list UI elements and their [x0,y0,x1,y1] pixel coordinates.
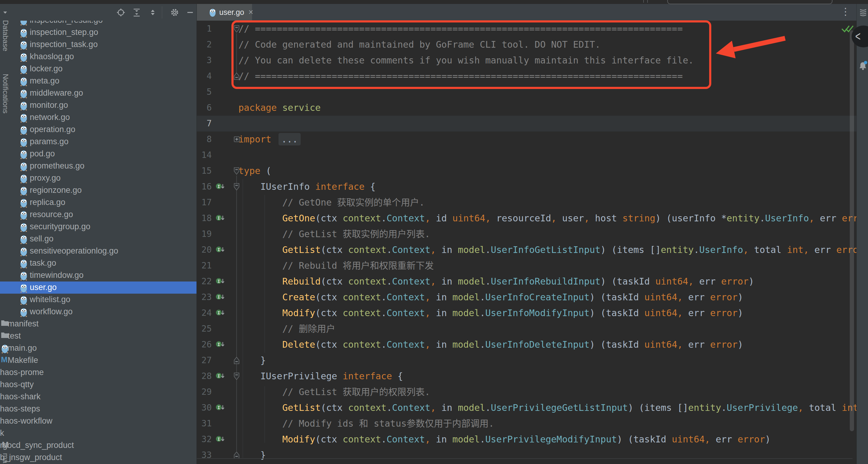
code-line-19[interactable]: // GetList 获取实例的用户列表. [239,226,430,242]
implementations-gutter-icon[interactable]: I [215,432,225,447]
line-number[interactable]: 17 [196,195,212,211]
implementations-gutter-icon[interactable]: I [215,211,225,226]
code-line-28[interactable]: IUserPrivilege interface { [239,368,403,384]
makefile-tool-icon[interactable]: M [2,440,9,450]
code-line-8[interactable]: import ... [239,131,301,147]
implementations-gutter-icon[interactable]: I [215,242,225,258]
code-line-21[interactable]: // Rebuild 将用户和权限重新下发 [239,258,434,274]
line-number[interactable]: 1 [196,21,212,37]
tree-item-main-go[interactable]: main.go [0,342,196,354]
code-line-25[interactable]: // 删除用户 [239,321,335,337]
code-line-32[interactable]: Modify(ctx context.Context, in model.Use… [239,432,771,447]
tree-item-manifest[interactable]: manifest [0,318,196,330]
line-number[interactable]: 31 [196,416,212,432]
panel-divider[interactable] [196,4,197,464]
line-number[interactable]: 22 [196,274,212,289]
tab-user-go[interactable]: user.go × [197,4,252,21]
line-number[interactable]: 14 [196,147,212,163]
tree-item-task-go[interactable]: task.go [0,257,196,269]
code-line-24[interactable]: Modify(ctx context.Context, in model.Use… [239,305,743,321]
tree-item-proxy-go[interactable]: proxy.go [0,172,196,184]
code-line-23[interactable]: Create(ctx context.Context, in model.Use… [239,289,743,305]
line-number[interactable]: 20 [196,242,212,258]
tree-item-securitygroup-go[interactable]: securitygroup.go [0,221,196,233]
tree-item-whitelist-go[interactable]: whitelist.go [0,293,196,306]
tree-item-meta-go[interactable]: meta.go [0,75,196,87]
chevron-down-icon[interactable] [1,8,10,17]
line-number[interactable]: 29 [196,384,212,400]
line-number[interactable]: 33 [196,447,212,463]
implementations-gutter-icon[interactable]: I [215,289,225,305]
stripe-label-database[interactable]: Database [1,20,10,51]
line-number[interactable]: 5 [196,84,212,100]
stripe-label-makefile[interactable]: ma [1,453,10,463]
line-number[interactable]: 21 [196,258,212,274]
code-line-31[interactable]: // Modify ids 和 status参数仅用于内部调用. [239,416,494,432]
line-number[interactable]: 27 [196,352,212,368]
line-number[interactable]: 25 [196,321,212,337]
tree-item-replica-go[interactable]: replica.go [0,196,196,209]
vertical-scrollbar[interactable] [850,30,854,431]
line-number[interactable]: 30 [196,400,212,416]
tree-item-workflow-go[interactable]: workflow.go [0,306,196,318]
line-number[interactable]: 19 [196,226,212,242]
code-line-18[interactable]: GetOne(ctx context.Context, id uint64, r… [239,211,868,226]
tree-item-haos-prome[interactable]: haos-prome [0,367,196,379]
code-line-6[interactable]: package service [239,100,321,116]
code-line-22[interactable]: Rebuild(ctx context.Context, in model.Us… [239,274,754,289]
code-line-17[interactable]: // GetOne 获取实例的单个用户. [239,195,425,211]
tree-item-timewindow-go[interactable]: timewindow.go [0,269,196,281]
tree-item-haos-qtty[interactable]: haos-qtty [0,379,196,391]
tree-item-rgocd-sync-product[interactable]: rgocd_sync_product [0,439,196,452]
code-line-20[interactable]: GetList(ctx context.Context, in model.Us… [239,242,868,258]
collapse-all-icon[interactable] [148,8,157,17]
horizontal-scrollbar-track[interactable] [196,458,852,459]
line-number[interactable]: 6 [196,100,212,116]
tree-item-pod-go[interactable]: pod.go [0,148,196,160]
tree-item-operation-go[interactable]: operation.go [0,124,196,136]
line-number[interactable]: 32 [196,432,212,447]
tree-item-haos-steps[interactable]: haos-steps [0,403,196,415]
line-number[interactable]: 16 [196,179,212,195]
hide-panel-icon[interactable] [186,8,195,17]
tree-item-inspection-step-go[interactable]: inspection_step.go [0,26,196,38]
line-number[interactable]: 18 [196,211,212,226]
locate-icon[interactable] [116,8,125,17]
database-icon[interactable] [859,8,867,18]
code-line-29[interactable]: // GetList 获取用户的权限列表. [239,384,430,400]
code-line-15[interactable]: type ( [239,163,271,179]
tree-item-inspection-task-go[interactable]: inspection_task.go [0,38,196,51]
tree-item-khaoslog-go[interactable]: khaoslog.go [0,51,196,63]
tree-item-locker-go[interactable]: locker.go [0,63,196,75]
tree-item-k[interactable]: k [0,427,196,439]
tree-item-middleware-go[interactable]: middleware.go [0,87,196,99]
line-number[interactable]: 26 [196,337,212,352]
tree-item-resource-go[interactable]: resource.go [0,209,196,221]
line-number[interactable]: 4 [196,68,212,84]
line-number[interactable]: 24 [196,305,212,321]
tree-item-sensitiveoperationlog-go[interactable]: sensitiveoperationlog.go [0,245,196,257]
line-number[interactable]: 2 [196,37,212,53]
code-line-26[interactable]: Delete(ctx context.Context, in model.Use… [239,337,743,352]
notifications-bell-icon[interactable] [859,61,868,72]
line-number[interactable]: 3 [196,53,212,68]
tree-item-haos-workflow[interactable]: haos-workflow [0,415,196,427]
code-line-16[interactable]: IUserInfo interface { [239,179,376,195]
implementations-gutter-icon[interactable]: I [215,400,225,416]
line-number[interactable]: 23 [196,289,212,305]
tree-item-haos-shark[interactable]: haos-shark [0,391,196,403]
tree-item-user-go[interactable]: user.go [0,281,196,293]
line-number[interactable]: 28 [196,368,212,384]
tree-item-params-go[interactable]: params.go [0,136,196,148]
tree-item-network-go[interactable]: network.go [0,112,196,124]
line-number[interactable]: 7 [196,116,212,131]
gear-icon[interactable] [170,8,179,17]
editor-menu-kebab-icon[interactable]: ⋮ [841,6,850,17]
line-number[interactable]: 15 [196,163,212,179]
tree-item-monitor-go[interactable]: monitor.go [0,99,196,112]
tree-item-sell-go[interactable]: sell.go [0,233,196,245]
code-line-33[interactable]: } [239,447,266,463]
implementations-gutter-icon[interactable]: I [215,337,225,352]
code-line-27[interactable]: } [239,352,266,368]
tree-item-prometheus-go[interactable]: prometheus.go [0,160,196,172]
